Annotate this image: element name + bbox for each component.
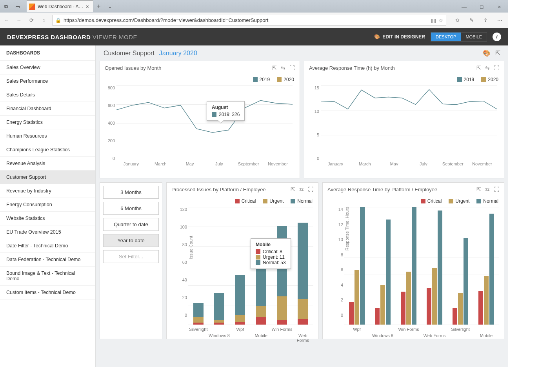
sidebar-item[interactable]: Human Resources xyxy=(0,129,95,143)
window-maximize-button[interactable]: □ xyxy=(473,1,491,13)
panel-opened-issues: Opened Issues by Month ⇱ ⇆ ⛶ 2019 2020 8… xyxy=(100,61,300,178)
nav-forward-button[interactable]: → xyxy=(13,14,25,27)
legend-label: 2020 xyxy=(284,77,294,82)
notes-icon[interactable]: ✎ xyxy=(465,14,478,27)
bar-segment[interactable] xyxy=(277,320,287,325)
sidebar-item[interactable]: Financial Dashboard xyxy=(0,102,95,116)
date-filter-option[interactable]: 6 Months xyxy=(103,202,159,215)
bar-segment[interactable] xyxy=(193,323,204,325)
browser-tab[interactable]: Web Dashboard - ASP.N × xyxy=(27,0,93,12)
sidebar-item[interactable]: Date Filter - Technical Demo xyxy=(0,239,95,253)
bar[interactable] xyxy=(354,270,359,325)
panel-maximize-icon[interactable]: ⛶ xyxy=(494,186,499,192)
reader-icon[interactable]: ▥ xyxy=(431,17,436,24)
share-icon[interactable]: ⇪ xyxy=(479,14,492,27)
legend-swatch-2019 xyxy=(457,77,462,82)
new-tab-button[interactable]: + xyxy=(93,3,104,10)
panel-export-icon[interactable]: ⇱ xyxy=(272,65,277,71)
bar[interactable] xyxy=(432,268,437,325)
bar-segment[interactable] xyxy=(214,293,224,320)
sidebar-item[interactable]: Sales Performance xyxy=(0,74,95,88)
panel-export-icon[interactable]: ⇱ xyxy=(291,186,295,192)
bar[interactable] xyxy=(484,276,489,325)
panel-maximize-icon[interactable]: ⛶ xyxy=(308,186,313,192)
sidebar-item[interactable]: Energy Consumption xyxy=(0,198,95,212)
bar-segment[interactable] xyxy=(235,322,245,325)
panel-maximize-icon[interactable]: ⛶ xyxy=(289,65,295,71)
bar[interactable] xyxy=(412,207,416,325)
bar-segment[interactable] xyxy=(214,320,224,323)
mobile-mode-button[interactable]: MOBILE xyxy=(461,33,487,41)
legend-swatch-urgent xyxy=(449,199,453,203)
bar[interactable] xyxy=(349,302,354,325)
fav-star-icon[interactable]: ☆ xyxy=(438,17,444,24)
browser-titlebar: ⧉ ▭ Web Dashboard - ASP.N × + ⌄ — □ × xyxy=(0,0,508,13)
sidebar-item[interactable]: Revenue Analysis xyxy=(0,157,95,171)
tooltip-swatch xyxy=(256,255,260,260)
info-button[interactable]: i xyxy=(493,33,501,41)
bar[interactable] xyxy=(478,291,483,325)
sidebar-item[interactable]: Custom Items - Technical Demo xyxy=(0,286,95,299)
sidebar-item[interactable]: Sales Overview xyxy=(0,61,95,74)
bar[interactable] xyxy=(380,285,385,325)
sidebar-item[interactable]: EU Trade Overview 2015 xyxy=(0,225,95,239)
set-filter-button[interactable]: Set Filter... xyxy=(103,250,159,263)
bar-segment[interactable] xyxy=(235,275,245,315)
panel-filter-icon[interactable]: ⇆ xyxy=(281,65,285,71)
bar[interactable] xyxy=(401,292,405,325)
bar-segment[interactable] xyxy=(193,303,204,317)
bar-segment[interactable] xyxy=(298,223,308,299)
bar[interactable] xyxy=(360,207,365,325)
date-filter-option[interactable]: Quarter to date xyxy=(103,218,159,231)
bar[interactable] xyxy=(464,238,468,325)
window-minimize-button[interactable]: — xyxy=(455,1,473,13)
sidebar-item[interactable]: Website Statistics xyxy=(0,212,95,225)
nav-back-button[interactable]: ← xyxy=(0,14,13,27)
sidebar-item[interactable]: Customer Support xyxy=(0,171,95,184)
bar[interactable] xyxy=(375,308,380,325)
sys-tab-icon[interactable]: ▭ xyxy=(12,1,24,13)
theme-icon[interactable]: 🎨 xyxy=(483,49,491,57)
bar-segment[interactable] xyxy=(193,317,204,323)
bar[interactable] xyxy=(458,293,463,325)
panel-maximize-icon[interactable]: ⛶ xyxy=(494,65,499,71)
edit-in-designer-link[interactable]: 🎨 EDIT IN DESIGNER xyxy=(374,34,425,40)
favorites-icon[interactable]: ✩ xyxy=(451,14,464,27)
sidebar-item[interactable]: Revenue by Industry xyxy=(0,184,95,198)
bar-segment[interactable] xyxy=(235,315,245,322)
nav-reload-button[interactable]: ⟳ xyxy=(25,14,38,27)
panel-export-icon[interactable]: ⇱ xyxy=(476,186,481,192)
bar-segment[interactable] xyxy=(214,323,224,325)
panel-filter-icon[interactable]: ⇆ xyxy=(485,65,490,71)
bar-segment[interactable] xyxy=(277,296,287,320)
bar-segment[interactable] xyxy=(256,306,266,317)
address-bar[interactable]: 🔒 https://demos.devexpress.com/Dashboard… xyxy=(53,15,446,26)
bar-segment[interactable] xyxy=(298,319,308,325)
bar[interactable] xyxy=(489,214,494,325)
tab-arrow-icon[interactable]: ⌄ xyxy=(104,4,115,9)
panel-filter-icon[interactable]: ⇆ xyxy=(485,186,490,192)
sidebar-item[interactable]: Sales Details xyxy=(0,88,95,102)
bar[interactable] xyxy=(427,288,431,325)
date-filter-option[interactable]: Year to date xyxy=(103,234,159,247)
date-filter-option[interactable]: 3 Months xyxy=(103,186,159,199)
export-icon[interactable]: ⇱ xyxy=(495,49,500,57)
bar[interactable] xyxy=(453,308,457,325)
panel-export-icon[interactable]: ⇱ xyxy=(476,65,481,71)
window-close-button[interactable]: × xyxy=(491,1,508,13)
sys-cascade-icon[interactable]: ⧉ xyxy=(0,1,12,13)
bar[interactable] xyxy=(438,211,442,325)
bar-segment[interactable] xyxy=(298,299,308,319)
sidebar-item[interactable]: Champions League Statistics xyxy=(0,143,95,157)
sidebar-item[interactable]: Energy Statistics xyxy=(0,116,95,129)
bar-segment[interactable] xyxy=(256,317,266,325)
bar[interactable] xyxy=(406,272,411,325)
panel-filter-icon[interactable]: ⇆ xyxy=(299,186,304,192)
desktop-mode-button[interactable]: DESKTOP xyxy=(431,33,461,41)
more-icon[interactable]: ⋯ xyxy=(493,14,506,27)
sidebar-item[interactable]: Bound Image & Text - Technical Demo xyxy=(0,267,95,286)
close-tab-icon[interactable]: × xyxy=(86,4,89,10)
sidebar-item[interactable]: Data Federation - Technical Demo xyxy=(0,253,95,267)
nav-home-button[interactable]: ⌂ xyxy=(38,14,50,27)
bar[interactable] xyxy=(386,220,391,325)
